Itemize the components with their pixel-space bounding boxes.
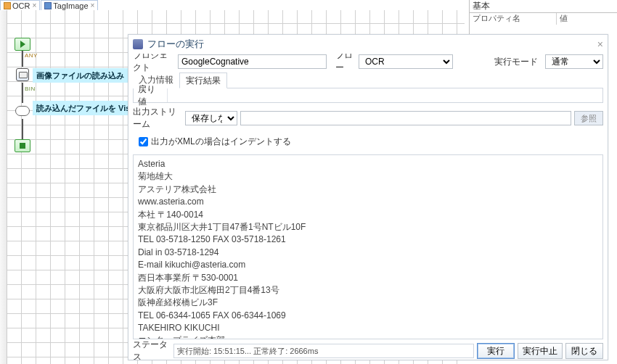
mode-select[interactable]: 通常 [545,54,603,69]
stop-button[interactable]: 実行中止 [518,343,563,359]
browse-button: 参照 [574,111,603,125]
project-label: プロジェクト [133,54,178,74]
indent-xml-checkbox[interactable] [139,137,148,146]
close-button[interactable]: 閉じる [565,343,603,359]
close-icon[interactable]: × [597,38,603,50]
flow-node-vision-api[interactable] [15,103,30,119]
flow-select[interactable]: OCR [359,54,453,69]
connector-type-bin: BIN [25,86,36,92]
connector-type-any: ANY [25,52,38,59]
dialog-title: フローの実行 [147,38,204,51]
tab-label: TagImage [53,1,88,10]
result-tabs: 入力情報 実行結果 [133,73,603,88]
tab-ocr[interactable]: OCR × [0,0,40,10]
status-label: ステータス [133,339,171,360]
col-header-value: 値 [557,13,617,25]
indent-xml-label: 出力がXMLの場合はインデントする [151,136,291,148]
status-value: 実行開始: 15:51:15... 正常終了: 2666ms [173,344,474,358]
properties-panel: 基本 プロパティ名 値 [469,0,617,35]
flow-node-file-read[interactable] [15,67,30,83]
col-header-name: プロパティ名 [470,13,557,25]
connector [22,51,23,67]
run-button[interactable]: 実行 [477,343,515,359]
run-flow-dialog: フローの実行 × プロジェクト フロー OCR 実行モード 通常 入力情報 実行… [128,34,608,360]
connector [22,83,23,103]
close-icon[interactable]: × [32,1,36,10]
properties-header: 基本 [470,0,617,13]
output-stream-select[interactable]: 保存しない [185,111,237,125]
output-path-input[interactable] [240,111,571,125]
flow-file-icon [4,2,11,9]
close-icon[interactable]: × [91,1,95,10]
mode-label: 実行モード [494,56,541,68]
return-value-label: 戻り値 [134,83,167,108]
flow-label: フロー [335,54,359,74]
project-input[interactable] [178,54,327,69]
flow-file-icon [44,2,52,9]
tab-run-result[interactable]: 実行結果 [179,73,227,88]
run-icon [133,39,143,49]
return-value [167,88,602,102]
output-text-area[interactable]: Asteria 菊地雄大 アステリア株式会社 www.asteria.com 本… [133,154,603,339]
flow-node-start[interactable] [15,38,30,51]
output-stream-label: 出力ストリーム [133,106,185,131]
tab-label: OCR [12,1,30,10]
node-label-file: 画像ファイルの読み込み [33,68,128,83]
flow-node-end[interactable] [15,139,30,152]
tab-tagimage[interactable]: TagImage × [41,0,98,10]
connector [22,119,23,139]
dialog-titlebar: フローの実行 × [128,35,608,54]
